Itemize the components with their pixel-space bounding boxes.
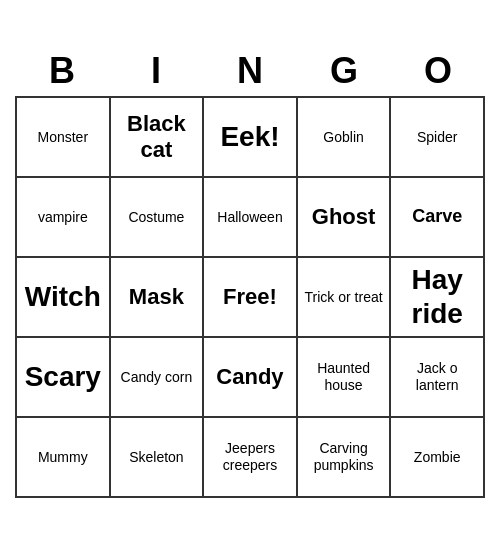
bingo-cell-20: Mummy [17, 418, 111, 498]
bingo-cell-9: Carve [391, 178, 485, 258]
bingo-cell-16: Candy corn [111, 338, 205, 418]
bingo-cell-4: Spider [391, 98, 485, 178]
bingo-cell-23: Carving pumpkins [298, 418, 392, 498]
bingo-cell-19: Jack o lantern [391, 338, 485, 418]
bingo-card: B I N G O MonsterBlack catEek!GoblinSpid… [15, 46, 485, 498]
header-i: I [109, 46, 203, 96]
bingo-cell-21: Skeleton [111, 418, 205, 498]
bingo-cell-17: Candy [204, 338, 298, 418]
bingo-cell-15: Scary [17, 338, 111, 418]
bingo-cell-8: Ghost [298, 178, 392, 258]
bingo-cell-11: Mask [111, 258, 205, 338]
bingo-cell-22: Jeepers creepers [204, 418, 298, 498]
header-b: B [15, 46, 109, 96]
header-n: N [203, 46, 297, 96]
bingo-cell-18: Haunted house [298, 338, 392, 418]
bingo-cell-1: Black cat [111, 98, 205, 178]
bingo-cell-0: Monster [17, 98, 111, 178]
bingo-header: B I N G O [15, 46, 485, 96]
bingo-cell-13: Trick or treat [298, 258, 392, 338]
bingo-cell-12: Free! [204, 258, 298, 338]
bingo-cell-10: Witch [17, 258, 111, 338]
bingo-cell-14: Hay ride [391, 258, 485, 338]
bingo-cell-2: Eek! [204, 98, 298, 178]
bingo-cell-5: vampire [17, 178, 111, 258]
header-g: G [297, 46, 391, 96]
bingo-cell-6: Costume [111, 178, 205, 258]
bingo-cell-3: Goblin [298, 98, 392, 178]
bingo-cell-7: Halloween [204, 178, 298, 258]
header-o: O [391, 46, 485, 96]
bingo-grid: MonsterBlack catEek!GoblinSpidervampireC… [15, 96, 485, 498]
bingo-cell-24: Zombie [391, 418, 485, 498]
